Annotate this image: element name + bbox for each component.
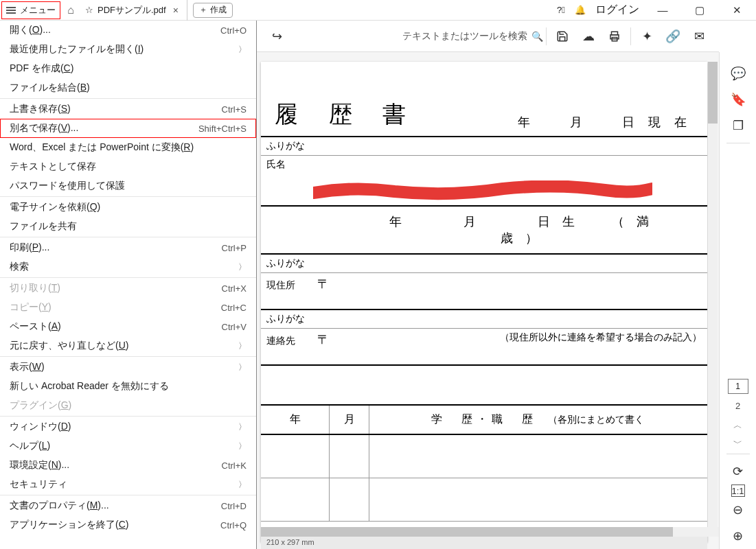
menu-plugin: プラグイン(G) [0,396,256,415]
contact-row: 連絡先 〒 （現住所以外に連絡を希望する場合のみ記入） [261,329,707,366]
star-icon[interactable]: ☆ [85,5,93,15]
hamburger-icon [6,10,16,11]
menu-props[interactable]: 文書のプロパティ(M)...Ctrl+D [0,496,256,515]
home-icon[interactable]: ⌂ [62,4,80,16]
menu-help[interactable]: ヘルプ(L)〉 [0,436,256,456]
menu-save[interactable]: 2 上書き保存(S)Ctrl+S [0,100,256,119]
dob-row: 年 月 日生 （満 歳） [261,207,707,255]
redo-icon[interactable]: ↪ [264,23,290,49]
menu-convert[interactable]: Word、Excel または PowerPoint に変換(R) [0,138,256,157]
bookmark-icon[interactable]: 🔖 [725,86,751,113]
menu-prefs[interactable]: 環境設定(N)...Ctrl+K [0,456,256,475]
menu-paste[interactable]: ペースト(A)Ctrl+V [0,317,256,336]
link-icon[interactable]: 🔗 [660,23,686,49]
right-panel: 💬 🔖 ❐ 1 2 ︿ ﹀ ⟳ 1:1 ⊖ ⊕ [719,52,756,549]
menu-create-pdf[interactable]: PDF を作成(C) [0,59,256,78]
menu-disable[interactable]: 新しい Acrobat Reader を無効にする [0,377,256,396]
page-number-input[interactable]: 1 [728,379,748,394]
history-row [261,478,707,522]
search-placeholder: テキストまたはツールを検索 [402,30,527,43]
search-icon: 🔍 [531,31,543,42]
login-label[interactable]: ログイン [595,3,639,17]
horizontal-scrollbar[interactable] [261,527,719,537]
page-up-icon[interactable]: ︿ [733,419,742,432]
menu-print[interactable]: 印刷(P)...Ctrl+P [0,238,256,257]
document-area: 履 歴 書 年 月 日現在 ふりがな 氏名 年 月 日生 （満 歳） ふりがな … [257,52,719,549]
tab-area: ⌂ ☆ PDFサンプル.pdf × ＋ 作成 [62,0,557,21]
menu-copy: コピー(Y)Ctrl+C [0,298,256,317]
plus-icon: ＋ [199,4,207,16]
vertical-scrollbar[interactable] [708,62,718,535]
page-down-icon[interactable]: ﹀ [733,437,742,449]
status-bar: 210 x 297 mm [261,537,707,549]
maximize-button[interactable]: ▢ [686,4,713,16]
comment-icon[interactable]: 💬 [725,60,751,86]
furigana-3: ふりがな [261,310,707,329]
page-total: 2 [735,401,740,411]
furigana-2: ふりがな [261,255,707,273]
document-tab[interactable]: ☆ PDFサンプル.pdf × [80,0,187,21]
menu-button[interactable]: メニュー [1,1,60,19]
bell-icon[interactable]: 🔔 [575,5,586,15]
search-box[interactable]: テキストまたはツールを検索 🔍 [402,30,543,43]
menu-security[interactable]: セキュリティ〉 [0,475,256,494]
mail-icon[interactable]: ✉ [686,23,712,49]
tab-title: PDFサンプル.pdf [98,4,166,16]
redaction-stroke [313,180,652,201]
menu-save-text[interactable]: テキストとして保存 [0,157,256,176]
save-icon[interactable] [549,23,575,49]
name-cell: 氏名 [261,156,707,207]
title-bar: メニュー 1 ⌂ ☆ PDFサンプル.pdf × ＋ 作成 ?⃝ 🔔 ログイン … [0,0,756,21]
zoom-out-icon[interactable]: ⊖ [725,497,751,523]
doc-title: 履 歴 書 [268,99,418,130]
doc-date-line: 年 月 日現在 [518,114,700,130]
menu-button-label: メニュー [20,4,56,16]
address-row: 現住所 〒 [261,273,707,310]
pdf-page[interactable]: 履 歴 書 年 月 日現在 ふりがな 氏名 年 月 日生 （満 歳） ふりがな … [261,62,707,542]
menu-quit[interactable]: アプリケーションを終了(C)Ctrl+Q [0,515,256,535]
menu-cut: 切り取り(T)Ctrl+X [0,279,256,298]
menu-save-as[interactable]: 別名で保存(V)...Shift+Ctrl+S [0,119,256,138]
actual-size-icon[interactable]: 1:1 [731,484,745,497]
create-button[interactable]: ＋ 作成 [193,3,233,18]
menu-undo[interactable]: 元に戻す、やり直しなど(U)〉 [0,336,256,355]
menu-recent[interactable]: 最近使用したファイルを開く(I)〉 [0,40,256,59]
pages-icon[interactable]: ❐ [725,113,751,139]
print-icon[interactable] [602,23,628,49]
menu-search[interactable]: 検索〉 [0,257,256,277]
menu-esign[interactable]: 電子サインを依頼(Q) [0,198,256,217]
toolbar: ↪ テキストまたはツールを検索 🔍 ☁ ✦ 🔗 ✉ [257,21,719,52]
menu-share[interactable]: ファイルを共有 [0,217,256,236]
menu-view[interactable]: 表示(W)〉 [0,358,256,377]
file-menu: 開く(O)...Ctrl+O 最近使用したファイルを開く(I)〉 PDF を作成… [0,21,257,549]
ai-icon[interactable]: ✦ [634,23,660,49]
menu-open[interactable]: 開く(O)...Ctrl+O [0,21,256,40]
history-row [261,435,707,478]
furigana-1: ふりがな [261,137,707,156]
history-header: 年 月 学 歴・職 歴 （各別にまとめて書く [261,406,707,435]
create-label: 作成 [210,4,227,16]
minimize-button[interactable]: — [649,4,676,16]
rotate-icon[interactable]: ⟳ [725,458,751,484]
menu-combine[interactable]: ファイルを結合(B) [0,78,256,97]
title-right: ?⃝ 🔔 ログイン — ▢ ✕ [557,3,756,17]
close-button[interactable]: ✕ [723,4,751,16]
help-icon[interactable]: ?⃝ [557,5,565,15]
zoom-in-icon[interactable]: ⊕ [725,523,751,549]
tab-close-icon[interactable]: × [170,5,181,16]
cloud-upload-icon[interactable]: ☁ [575,23,602,49]
menu-window[interactable]: ウィンドウ(D)〉 [0,417,256,436]
menu-protect[interactable]: パスワードを使用して保護 [0,176,256,196]
